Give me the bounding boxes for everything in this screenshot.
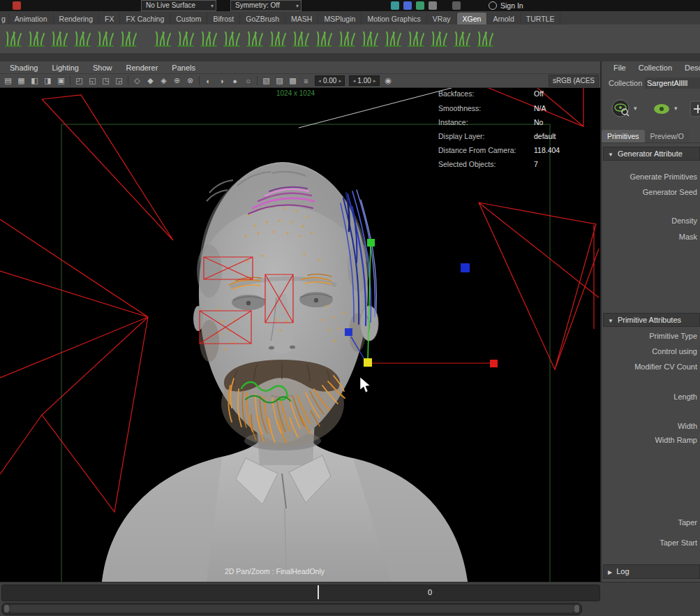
shelf-tab-motion-graphics[interactable]: Motion Graphics bbox=[362, 13, 426, 24]
misc-toggle-icon[interactable] bbox=[452, 1, 461, 10]
colorspace-label[interactable]: sRGB (ACES bbox=[549, 75, 599, 87]
decrement-icon[interactable]: ◄ bbox=[352, 79, 356, 83]
time-slider[interactable]: 0 bbox=[1, 585, 600, 601]
xgen-grass-icon[interactable] bbox=[47, 27, 70, 51]
xgen-grass-icon[interactable] bbox=[358, 27, 381, 51]
panel-toggle-icon[interactable] bbox=[403, 1, 412, 10]
shelf-tab-xgen[interactable]: XGen bbox=[457, 13, 488, 24]
manipulator-handle-green[interactable] bbox=[367, 239, 375, 247]
manipulator-handle-blue-large[interactable] bbox=[461, 263, 470, 272]
preview-eye-magnifier-icon[interactable] bbox=[611, 99, 631, 119]
xray-icon[interactable]: ▨ bbox=[273, 76, 286, 85]
shadows-icon[interactable]: ⊗ bbox=[184, 76, 197, 85]
xgen-grass-icon[interactable] bbox=[243, 27, 266, 51]
increment-icon[interactable]: ► bbox=[373, 79, 377, 83]
menu-show[interactable]: Show bbox=[86, 62, 119, 73]
resolution-gate-icon[interactable]: ◧ bbox=[28, 76, 41, 85]
exposure-menu-icon[interactable]: ≡ bbox=[299, 77, 313, 85]
xgen-grass-icon[interactable] bbox=[220, 27, 243, 51]
shelf-tab-gozbrush[interactable]: GoZBrush bbox=[240, 13, 285, 24]
wireframe-icon[interactable]: ◇ bbox=[131, 76, 144, 85]
xgen-grass-icon[interactable] bbox=[117, 27, 140, 51]
menu-shading[interactable]: Shading bbox=[3, 62, 45, 73]
shelf-tab-bifrost[interactable]: Bifrost bbox=[207, 13, 240, 24]
tab-preview-output[interactable]: Preview/O bbox=[645, 130, 690, 142]
shelf-tab-partial[interactable]: g bbox=[0, 13, 9, 24]
xgen-grass-icon[interactable] bbox=[174, 27, 197, 51]
shelf-tab-arnold[interactable]: Arnold bbox=[487, 13, 520, 24]
xgen-grass-icon[interactable] bbox=[312, 27, 335, 51]
xgen-grass-icon[interactable] bbox=[289, 27, 312, 51]
pan-zoom-icon[interactable]: ◲ bbox=[112, 76, 126, 85]
collection-name-field[interactable]: SargentAlllll bbox=[645, 78, 700, 89]
xgen-grass-icon[interactable] bbox=[266, 27, 289, 51]
motion-blur-icon[interactable]: ◑ bbox=[215, 77, 228, 85]
menu-renderer[interactable]: Renderer bbox=[119, 62, 165, 73]
increment-icon[interactable]: ► bbox=[338, 79, 342, 83]
primitives-visibility-icon[interactable] bbox=[652, 99, 671, 119]
xgen-grass-icon[interactable] bbox=[450, 27, 473, 51]
xgen-grass-icon[interactable] bbox=[94, 27, 117, 51]
shelf-tab-mash[interactable]: MASH bbox=[285, 13, 318, 24]
safe-title-icon[interactable]: ◱ bbox=[86, 76, 99, 85]
depth-of-field-icon[interactable]: ○ bbox=[241, 77, 255, 85]
shelf-tab-custom[interactable]: Custom bbox=[170, 13, 207, 24]
grid-icon[interactable]: ▤ bbox=[1, 76, 15, 85]
xgen-grass-icon[interactable] bbox=[427, 27, 450, 51]
textured-icon[interactable]: ◈ bbox=[157, 76, 170, 85]
field-chart-icon[interactable]: ▣ bbox=[54, 76, 68, 85]
symmetry-dropdown[interactable]: Symmetry: Off ▾ bbox=[230, 0, 301, 11]
shelf-tab-rendering[interactable]: Rendering bbox=[54, 13, 99, 24]
xgen-grass-icon[interactable] bbox=[70, 27, 94, 51]
viewport-toggle-icon[interactable] bbox=[391, 1, 399, 10]
generator-attributes-header[interactable]: ▼Generator Attribute bbox=[603, 147, 700, 161]
menu-panels[interactable]: Panels bbox=[165, 62, 202, 73]
error-log-icon[interactable] bbox=[13, 1, 21, 10]
xgen-grass-icon[interactable] bbox=[151, 27, 174, 51]
shelf-tab-fx[interactable]: FX bbox=[99, 13, 120, 24]
xgen-grass-icon[interactable] bbox=[473, 27, 496, 51]
add-description-icon[interactable] bbox=[690, 101, 700, 117]
range-slider-bar[interactable] bbox=[8, 605, 575, 613]
film-gate-icon[interactable]: ▦ bbox=[15, 76, 28, 85]
menu-descriptions[interactable]: Desc bbox=[678, 62, 700, 73]
shaded-icon[interactable]: ◆ bbox=[144, 76, 157, 85]
shelf-tab-vray[interactable]: VRay bbox=[427, 13, 457, 24]
sign-in-button[interactable]: Sign In bbox=[489, 1, 523, 10]
attributes-scroll-area[interactable]: ▼Generator Attribute Generate Primitives… bbox=[602, 144, 700, 564]
xgen-grass-icon[interactable] bbox=[381, 27, 404, 51]
shelf-tab-turtle[interactable]: TURTLE bbox=[521, 13, 561, 24]
snap-toggle-icon[interactable] bbox=[416, 1, 424, 10]
shelf-tab-fx-caching[interactable]: FX Caching bbox=[120, 13, 170, 24]
chevron-down-icon[interactable]: ▾ bbox=[634, 105, 637, 112]
range-handle-left[interactable] bbox=[4, 605, 9, 613]
chevron-down-icon[interactable]: ▾ bbox=[674, 105, 678, 112]
menu-file[interactable]: File bbox=[607, 62, 632, 73]
range-slider[interactable] bbox=[1, 603, 582, 615]
manipulator-handle-blue-small[interactable] bbox=[345, 328, 352, 336]
shelf-tab-msplugin[interactable]: MSPlugin bbox=[318, 13, 362, 24]
joints-xray-icon[interactable]: ▩ bbox=[286, 76, 299, 85]
xgen-grass-icon[interactable] bbox=[404, 27, 427, 51]
xgen-grass-icon[interactable] bbox=[335, 27, 358, 51]
lights-icon[interactable]: ⊕ bbox=[170, 76, 184, 85]
log-section-header[interactable]: ▶Log bbox=[603, 564, 700, 579]
multisample-icon[interactable]: ● bbox=[228, 77, 241, 85]
shelf-tab-animation[interactable]: Animation bbox=[9, 13, 54, 24]
manipulator-handle-red[interactable] bbox=[490, 360, 498, 367]
safe-action-icon[interactable]: ◰ bbox=[73, 76, 86, 85]
menu-collection[interactable]: Collection bbox=[632, 62, 678, 73]
view-transform-icon[interactable]: ◉ bbox=[382, 76, 395, 85]
history-toggle-icon[interactable] bbox=[429, 1, 437, 10]
exposure-field[interactable]: ◄ 0.00 ► bbox=[315, 75, 345, 86]
sculpted-head-model[interactable] bbox=[102, 162, 468, 582]
primitive-attributes-header[interactable]: ▼Primitive Attributes bbox=[603, 313, 700, 327]
decrement-icon[interactable]: ◄ bbox=[318, 79, 322, 83]
manipulator-handle-yellow[interactable] bbox=[364, 358, 372, 367]
xgen-grass-icon[interactable] bbox=[1, 27, 24, 51]
xgen-grass-icon[interactable] bbox=[24, 27, 47, 51]
isolate-select-icon[interactable]: ▧ bbox=[260, 76, 273, 85]
gamma-field[interactable]: ◄ 1.00 ► bbox=[349, 75, 379, 86]
menu-lighting[interactable]: Lighting bbox=[45, 62, 86, 73]
gate-mask-icon[interactable]: ◨ bbox=[41, 76, 54, 85]
